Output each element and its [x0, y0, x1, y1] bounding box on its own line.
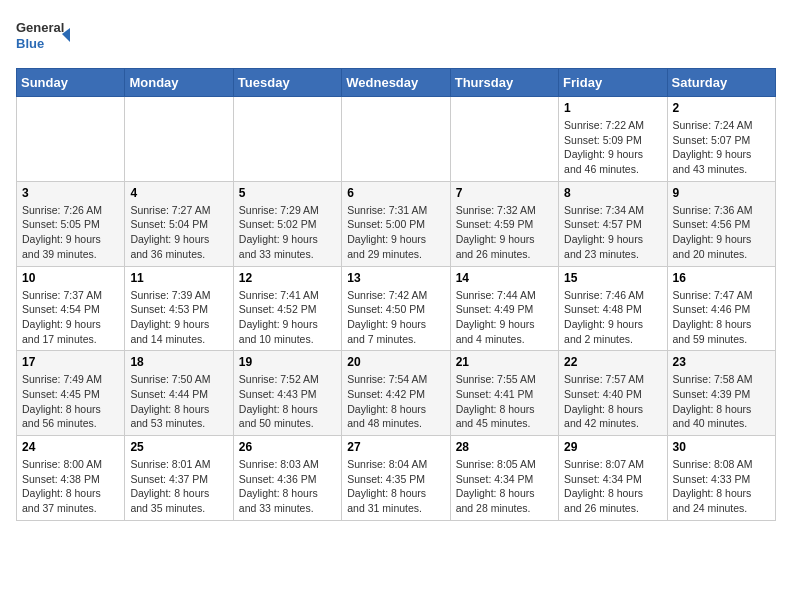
day-info: Sunrise: 7:47 AM Sunset: 4:46 PM Dayligh…	[673, 288, 770, 347]
day-number: 7	[456, 186, 553, 200]
day-number: 14	[456, 271, 553, 285]
day-number: 15	[564, 271, 661, 285]
calendar-cell: 21Sunrise: 7:55 AM Sunset: 4:41 PM Dayli…	[450, 351, 558, 436]
day-number: 6	[347, 186, 444, 200]
day-info: Sunrise: 7:34 AM Sunset: 4:57 PM Dayligh…	[564, 203, 661, 262]
day-info: Sunrise: 7:58 AM Sunset: 4:39 PM Dayligh…	[673, 372, 770, 431]
day-info: Sunrise: 8:07 AM Sunset: 4:34 PM Dayligh…	[564, 457, 661, 516]
calendar-cell: 7Sunrise: 7:32 AM Sunset: 4:59 PM Daylig…	[450, 181, 558, 266]
calendar-cell: 23Sunrise: 7:58 AM Sunset: 4:39 PM Dayli…	[667, 351, 775, 436]
day-number: 22	[564, 355, 661, 369]
calendar-cell: 10Sunrise: 7:37 AM Sunset: 4:54 PM Dayli…	[17, 266, 125, 351]
calendar-cell: 9Sunrise: 7:36 AM Sunset: 4:56 PM Daylig…	[667, 181, 775, 266]
day-of-week-tuesday: Tuesday	[233, 69, 341, 97]
calendar-header-row: SundayMondayTuesdayWednesdayThursdayFrid…	[17, 69, 776, 97]
calendar-cell: 20Sunrise: 7:54 AM Sunset: 4:42 PM Dayli…	[342, 351, 450, 436]
calendar-cell: 5Sunrise: 7:29 AM Sunset: 5:02 PM Daylig…	[233, 181, 341, 266]
day-number: 12	[239, 271, 336, 285]
day-info: Sunrise: 7:55 AM Sunset: 4:41 PM Dayligh…	[456, 372, 553, 431]
day-info: Sunrise: 7:49 AM Sunset: 4:45 PM Dayligh…	[22, 372, 119, 431]
day-number: 19	[239, 355, 336, 369]
calendar-week-1: 1Sunrise: 7:22 AM Sunset: 5:09 PM Daylig…	[17, 97, 776, 182]
calendar-cell	[233, 97, 341, 182]
calendar-cell: 29Sunrise: 8:07 AM Sunset: 4:34 PM Dayli…	[559, 436, 667, 521]
day-number: 26	[239, 440, 336, 454]
page-header: GeneralBlue	[16, 16, 776, 56]
day-number: 23	[673, 355, 770, 369]
day-info: Sunrise: 7:22 AM Sunset: 5:09 PM Dayligh…	[564, 118, 661, 177]
calendar-cell: 24Sunrise: 8:00 AM Sunset: 4:38 PM Dayli…	[17, 436, 125, 521]
day-info: Sunrise: 8:00 AM Sunset: 4:38 PM Dayligh…	[22, 457, 119, 516]
calendar-table: SundayMondayTuesdayWednesdayThursdayFrid…	[16, 68, 776, 521]
day-info: Sunrise: 7:42 AM Sunset: 4:50 PM Dayligh…	[347, 288, 444, 347]
day-info: Sunrise: 8:08 AM Sunset: 4:33 PM Dayligh…	[673, 457, 770, 516]
day-of-week-wednesday: Wednesday	[342, 69, 450, 97]
calendar-week-5: 24Sunrise: 8:00 AM Sunset: 4:38 PM Dayli…	[17, 436, 776, 521]
day-info: Sunrise: 7:32 AM Sunset: 4:59 PM Dayligh…	[456, 203, 553, 262]
logo: GeneralBlue	[16, 16, 76, 56]
svg-text:Blue: Blue	[16, 36, 44, 51]
calendar-cell	[17, 97, 125, 182]
day-number: 10	[22, 271, 119, 285]
day-info: Sunrise: 8:05 AM Sunset: 4:34 PM Dayligh…	[456, 457, 553, 516]
day-number: 25	[130, 440, 227, 454]
day-info: Sunrise: 7:24 AM Sunset: 5:07 PM Dayligh…	[673, 118, 770, 177]
day-number: 27	[347, 440, 444, 454]
day-info: Sunrise: 7:31 AM Sunset: 5:00 PM Dayligh…	[347, 203, 444, 262]
day-info: Sunrise: 8:04 AM Sunset: 4:35 PM Dayligh…	[347, 457, 444, 516]
day-info: Sunrise: 7:54 AM Sunset: 4:42 PM Dayligh…	[347, 372, 444, 431]
day-of-week-thursday: Thursday	[450, 69, 558, 97]
day-of-week-monday: Monday	[125, 69, 233, 97]
calendar-cell: 27Sunrise: 8:04 AM Sunset: 4:35 PM Dayli…	[342, 436, 450, 521]
day-info: Sunrise: 7:52 AM Sunset: 4:43 PM Dayligh…	[239, 372, 336, 431]
svg-text:General: General	[16, 20, 64, 35]
day-number: 20	[347, 355, 444, 369]
calendar-cell: 2Sunrise: 7:24 AM Sunset: 5:07 PM Daylig…	[667, 97, 775, 182]
day-number: 30	[673, 440, 770, 454]
day-number: 5	[239, 186, 336, 200]
calendar-cell: 6Sunrise: 7:31 AM Sunset: 5:00 PM Daylig…	[342, 181, 450, 266]
calendar-cell: 26Sunrise: 8:03 AM Sunset: 4:36 PM Dayli…	[233, 436, 341, 521]
day-number: 11	[130, 271, 227, 285]
calendar-cell: 25Sunrise: 8:01 AM Sunset: 4:37 PM Dayli…	[125, 436, 233, 521]
day-info: Sunrise: 7:26 AM Sunset: 5:05 PM Dayligh…	[22, 203, 119, 262]
calendar-cell: 12Sunrise: 7:41 AM Sunset: 4:52 PM Dayli…	[233, 266, 341, 351]
calendar-cell: 30Sunrise: 8:08 AM Sunset: 4:33 PM Dayli…	[667, 436, 775, 521]
day-info: Sunrise: 7:39 AM Sunset: 4:53 PM Dayligh…	[130, 288, 227, 347]
calendar-cell: 16Sunrise: 7:47 AM Sunset: 4:46 PM Dayli…	[667, 266, 775, 351]
day-info: Sunrise: 7:37 AM Sunset: 4:54 PM Dayligh…	[22, 288, 119, 347]
day-info: Sunrise: 8:01 AM Sunset: 4:37 PM Dayligh…	[130, 457, 227, 516]
day-number: 18	[130, 355, 227, 369]
calendar-cell	[450, 97, 558, 182]
day-info: Sunrise: 7:46 AM Sunset: 4:48 PM Dayligh…	[564, 288, 661, 347]
day-info: Sunrise: 7:29 AM Sunset: 5:02 PM Dayligh…	[239, 203, 336, 262]
calendar-cell: 28Sunrise: 8:05 AM Sunset: 4:34 PM Dayli…	[450, 436, 558, 521]
day-number: 2	[673, 101, 770, 115]
calendar-cell: 4Sunrise: 7:27 AM Sunset: 5:04 PM Daylig…	[125, 181, 233, 266]
calendar-cell: 3Sunrise: 7:26 AM Sunset: 5:05 PM Daylig…	[17, 181, 125, 266]
calendar-week-3: 10Sunrise: 7:37 AM Sunset: 4:54 PM Dayli…	[17, 266, 776, 351]
calendar-cell: 14Sunrise: 7:44 AM Sunset: 4:49 PM Dayli…	[450, 266, 558, 351]
day-number: 4	[130, 186, 227, 200]
day-number: 17	[22, 355, 119, 369]
day-info: Sunrise: 7:27 AM Sunset: 5:04 PM Dayligh…	[130, 203, 227, 262]
day-number: 1	[564, 101, 661, 115]
calendar-cell: 11Sunrise: 7:39 AM Sunset: 4:53 PM Dayli…	[125, 266, 233, 351]
day-number: 29	[564, 440, 661, 454]
day-of-week-saturday: Saturday	[667, 69, 775, 97]
day-number: 13	[347, 271, 444, 285]
calendar-cell: 15Sunrise: 7:46 AM Sunset: 4:48 PM Dayli…	[559, 266, 667, 351]
day-number: 28	[456, 440, 553, 454]
day-number: 3	[22, 186, 119, 200]
day-of-week-friday: Friday	[559, 69, 667, 97]
calendar-cell: 22Sunrise: 7:57 AM Sunset: 4:40 PM Dayli…	[559, 351, 667, 436]
calendar-cell: 17Sunrise: 7:49 AM Sunset: 4:45 PM Dayli…	[17, 351, 125, 436]
day-info: Sunrise: 7:36 AM Sunset: 4:56 PM Dayligh…	[673, 203, 770, 262]
day-info: Sunrise: 7:57 AM Sunset: 4:40 PM Dayligh…	[564, 372, 661, 431]
day-number: 21	[456, 355, 553, 369]
day-number: 8	[564, 186, 661, 200]
calendar-cell: 1Sunrise: 7:22 AM Sunset: 5:09 PM Daylig…	[559, 97, 667, 182]
calendar-week-4: 17Sunrise: 7:49 AM Sunset: 4:45 PM Dayli…	[17, 351, 776, 436]
day-info: Sunrise: 7:50 AM Sunset: 4:44 PM Dayligh…	[130, 372, 227, 431]
day-of-week-sunday: Sunday	[17, 69, 125, 97]
